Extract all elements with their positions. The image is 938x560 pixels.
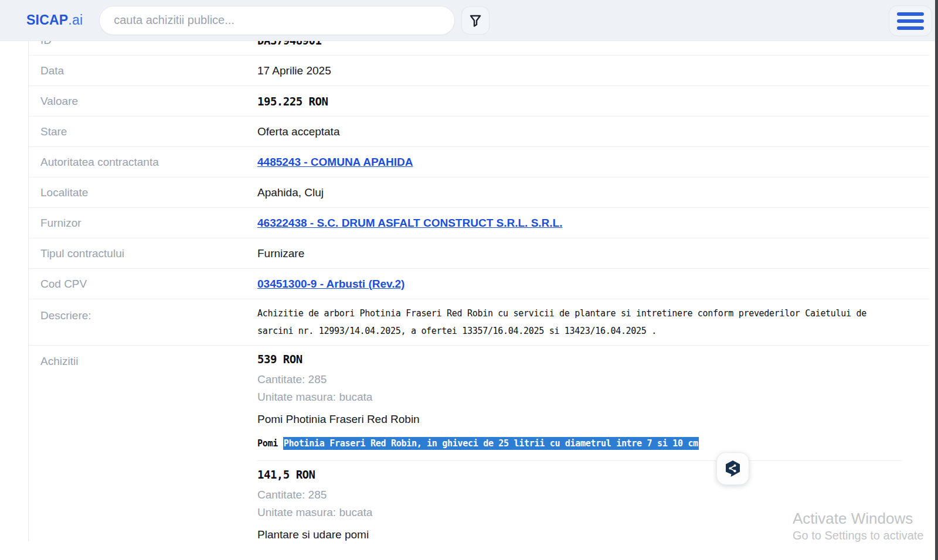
row-label: Cod CPV <box>40 278 257 291</box>
filter-funnel-icon <box>468 13 482 28</box>
row-label: Furnizor <box>40 217 257 230</box>
table-row-tip-contract: Tipul contractului Furnizare <box>29 238 929 269</box>
row-label: Achizitii <box>40 353 257 368</box>
search-input[interactable] <box>100 13 454 27</box>
extension-logo-icon <box>723 459 743 479</box>
table-row-descriere: Descriere: Achizitie de arbori Photinia … <box>29 299 929 346</box>
cpv-code-link[interactable]: 03451300-9 - Arbusti (Rev.2) <box>257 278 405 291</box>
row-label: Autoritatea contractanta <box>40 156 257 169</box>
item-detail-prefix: Pomi <box>257 438 283 449</box>
table-row-achizitii: Achizitii 539 RON Cantitate: 285 Unitate… <box>29 346 929 541</box>
item-title: Plantare si udare pomi <box>257 528 902 541</box>
logo-suffix-text: .ai <box>68 12 83 28</box>
row-label: Stare <box>40 125 257 138</box>
detail-page-content: ID DA37948901 Data 17 Aprilie 2025 Valoa… <box>0 41 938 560</box>
item-unit: Unitate masura: bucata <box>257 388 902 406</box>
table-row-stare: Stare Oferta acceptata <box>29 117 929 147</box>
item-quantity: Cantitate: 285 <box>257 486 902 504</box>
item-divider <box>257 460 902 461</box>
row-value-valoare: 195.225 RON <box>257 95 328 108</box>
contract-detail-table: ID DA37948901 Data 17 Aprilie 2025 Valoa… <box>28 41 929 541</box>
item-price: 141,5 RON <box>257 468 902 481</box>
filter-button[interactable] <box>461 6 490 35</box>
row-label: Descriere: <box>40 305 257 322</box>
row-value-localitate: Apahida, Cluj <box>257 186 324 199</box>
extension-floating-button[interactable] <box>716 452 749 485</box>
table-row-autoritate: Autoritatea contractanta 4485243 - COMUN… <box>29 147 929 177</box>
achizitii-items: 539 RON Cantitate: 285 Unitate masura: b… <box>257 353 902 541</box>
table-row-furnizor: Furnizor 46322438 - S.C. DRUM ASFALT CON… <box>29 208 929 238</box>
sicap-logo[interactable]: SICAP.ai <box>26 12 83 28</box>
item-detail-line: Pomi Photinia Fraseri Red Robin, in ghiv… <box>257 438 902 449</box>
menu-button[interactable] <box>889 5 932 36</box>
top-header: SICAP.ai <box>0 0 938 41</box>
window-scrollbar[interactable] <box>935 0 938 560</box>
achizitie-item: 141,5 RON Cantitate: 285 Unitate masura:… <box>257 468 902 541</box>
table-row-id: ID DA37948901 <box>29 41 929 56</box>
row-value-tip-contract: Furnizare <box>257 247 304 260</box>
row-value-data: 17 Aprilie 2025 <box>257 64 331 77</box>
row-label: Tipul contractului <box>40 247 257 260</box>
item-price: 539 RON <box>257 353 902 366</box>
achizitie-item: 539 RON Cantitate: 285 Unitate masura: b… <box>257 353 902 449</box>
logo-brand-text: SICAP <box>26 12 68 28</box>
row-label: ID <box>40 41 257 47</box>
item-unit: Unitate masura: bucata <box>257 504 902 521</box>
table-row-data: Data 17 Aprilie 2025 <box>29 56 929 86</box>
row-label: Valoare <box>40 95 257 108</box>
hamburger-menu-icon <box>897 12 924 30</box>
description-text: Achizitie de arbori Photinia Fraseri Red… <box>257 305 893 340</box>
table-row-valoare: Valoare 195.225 RON <box>29 86 929 117</box>
row-value-id: DA37948901 <box>257 41 321 47</box>
row-label: Data <box>40 64 257 77</box>
row-value-stare: Oferta acceptata <box>257 125 339 138</box>
contracting-authority-link[interactable]: 4485243 - COMUNA APAHIDA <box>257 156 413 169</box>
item-title: Pomi Photinia Fraseri Red Robin <box>257 413 902 426</box>
item-quantity: Cantitate: 285 <box>257 371 902 388</box>
table-row-localitate: Localitate Apahida, Cluj <box>29 177 929 208</box>
table-row-cod-cpv: Cod CPV 03451300-9 - Arbusti (Rev.2) <box>29 269 929 299</box>
selected-text-highlight: Photinia Fraseri Red Robin, in ghiveci d… <box>283 437 699 450</box>
supplier-link[interactable]: 46322438 - S.C. DRUM ASFALT CONSTRUCT S.… <box>257 217 562 230</box>
row-label: Localitate <box>40 186 257 199</box>
search-box <box>99 6 455 35</box>
